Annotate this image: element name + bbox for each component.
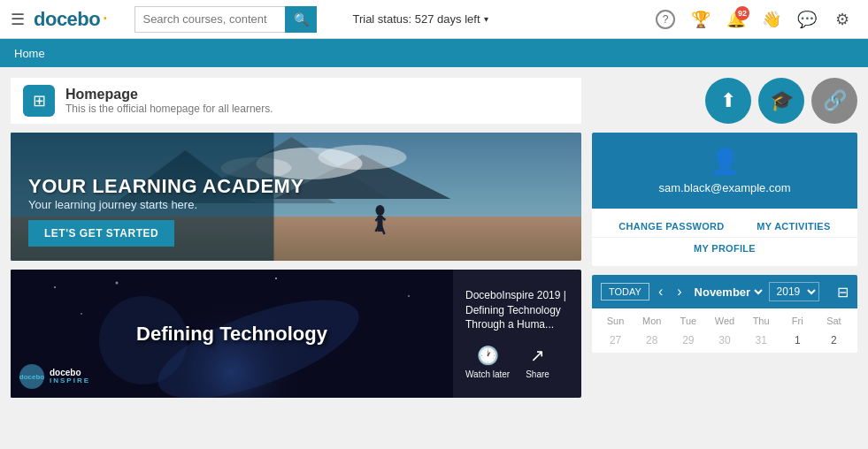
page-title: Homepage (65, 87, 273, 103)
calendar-grid-icon[interactable]: ⊟ (837, 284, 849, 301)
cal-header-mon: Mon (634, 312, 670, 330)
search-input[interactable] (134, 6, 285, 33)
cal-header-sat: Sat (816, 312, 852, 330)
gear-icon: ⚙ (835, 10, 849, 29)
graduate-button[interactable]: 🎓 (758, 78, 804, 124)
video-brand: docebo docebo INSPIRE (19, 364, 90, 389)
link-button[interactable]: 🔗 (811, 78, 857, 124)
svg-point-6 (319, 145, 407, 170)
hero-title: YOUR LEARNING ACADEMY (28, 175, 564, 198)
watch-later-button[interactable]: 🕐 Watch later (465, 345, 510, 379)
calendar-year-select[interactable]: 2019 (769, 282, 819, 301)
video-actions: 🕐 Watch later ↗ Share (465, 345, 569, 379)
calendar-prev-button[interactable]: ‹ (653, 282, 668, 301)
svg-point-23 (81, 313, 82, 315)
cal-header-tue: Tue (670, 312, 706, 330)
page-header-text: Homepage This is the official homepage f… (65, 87, 273, 115)
video-title: DoceboInspire 2019 | Defining Technology… (465, 288, 569, 332)
hero-cta-button[interactable]: LET'S GET STARTED (28, 220, 174, 247)
my-activities-link[interactable]: MY ACTIVITIES (757, 221, 830, 232)
hero-subtitle: Your learning journey starts here. (28, 198, 564, 211)
cal-header-thu: Thu (743, 312, 780, 330)
share-icon: ↗ (530, 345, 545, 366)
cal-header-fri: Fri (780, 312, 816, 330)
cal-header-wed: Wed (706, 312, 742, 330)
user-card: 👤 sam.black@example.com CHANGE PASSWORD … (592, 133, 857, 266)
breadcrumb: Home (0, 39, 868, 67)
left-column: ⊞ Homepage This is the official homepage… (11, 78, 581, 438)
svg-point-22 (408, 295, 410, 297)
docebo-logo-icon: docebo (19, 364, 44, 389)
my-profile-link[interactable]: MY PROFILE (694, 243, 756, 254)
settings-button[interactable]: ⚙ (827, 4, 857, 34)
help-button[interactable]: ? (650, 4, 680, 34)
cal-day-27[interactable]: 27 (597, 330, 634, 351)
calendar-next-button[interactable]: › (672, 282, 687, 301)
notifications-button[interactable]: 🔔 92 (721, 4, 751, 34)
main-area: ⊞ Homepage This is the official homepage… (0, 67, 868, 449)
cal-day-30[interactable]: 30 (706, 330, 742, 351)
user-wave-button[interactable]: 👋 (757, 4, 787, 34)
user-links-row-2: MY PROFILE (592, 238, 857, 259)
top-nav: ☰ docebo · 🔍 Trial status: 527 days left… (0, 0, 868, 39)
svg-point-20 (116, 282, 119, 285)
cal-day-2[interactable]: 2 (816, 330, 852, 351)
page-title-bar: ⊞ Homepage This is the official homepage… (11, 78, 581, 124)
calendar-today-button[interactable]: TODAY (601, 283, 649, 301)
trial-dropdown-arrow[interactable]: ▾ (484, 14, 488, 24)
trial-status: Trial status: 527 days left ▾ (352, 12, 488, 26)
upload-icon: ⬆ (720, 89, 736, 112)
user-links-row-1: CHANGE PASSWORD MY ACTIVITIES (592, 216, 857, 238)
trophy-button[interactable]: 🏆 (686, 4, 716, 34)
clock-icon: 🕐 (477, 345, 499, 366)
cal-day-1[interactable]: 1 (780, 330, 816, 351)
cal-day-31[interactable]: 31 (743, 330, 780, 351)
user-card-links: CHANGE PASSWORD MY ACTIVITIES MY PROFILE (592, 209, 857, 266)
notification-badge: 92 (735, 6, 749, 20)
user-email: sam.black@example.com (658, 181, 790, 194)
calendar-header: TODAY ‹ › November 2019 ⊟ (592, 275, 857, 308)
cal-day-28[interactable]: 28 (634, 330, 670, 351)
action-buttons: ⬆ 🎓 🔗 (592, 78, 857, 124)
svg-point-19 (54, 286, 56, 288)
video-thumbnail[interactable]: docebo docebo INSPIRE Defining Technolog… (11, 270, 453, 398)
search-bar: 🔍 (134, 6, 329, 33)
user-wave-icon: 👋 (762, 10, 781, 29)
hero-banner: YOUR LEARNING ACADEMY Your learning jour… (11, 133, 581, 261)
messages-icon: 💬 (797, 10, 817, 29)
upload-button[interactable]: ⬆ (705, 78, 751, 124)
logo: docebo · (34, 8, 108, 31)
nav-icons: ? 🏆 🔔 92 👋 💬 ⚙ (650, 4, 857, 34)
calendar-card: TODAY ‹ › November 2019 ⊟ Sun Mon Tue We… (592, 275, 857, 353)
user-avatar-icon: 👤 (710, 147, 741, 176)
video-card: docebo docebo INSPIRE Defining Technolog… (11, 270, 581, 398)
link-icon: 🔗 (823, 89, 847, 112)
cal-day-29[interactable]: 29 (670, 330, 706, 351)
breadcrumb-home[interactable]: Home (14, 47, 45, 60)
video-info: DoceboInspire 2019 | Defining Technology… (453, 279, 581, 388)
logo-text: docebo (34, 8, 100, 31)
homepage-icon: ⊞ (23, 85, 55, 117)
cal-header-sun: Sun (597, 312, 634, 330)
user-card-header: 👤 sam.black@example.com (592, 133, 857, 209)
messages-button[interactable]: 💬 (792, 4, 822, 34)
grid-icon: ⊞ (33, 91, 46, 110)
video-title-text: Defining Technology (136, 321, 327, 346)
hero-text: YOUR LEARNING ACADEMY Your learning jour… (28, 175, 564, 247)
calendar-month-select[interactable]: November (691, 285, 765, 300)
docebo-inspire-logo: docebo INSPIRE (50, 368, 90, 385)
hamburger-icon[interactable]: ☰ (11, 10, 25, 29)
change-password-link[interactable]: CHANGE PASSWORD (618, 221, 724, 232)
logo-dot: · (102, 5, 108, 28)
svg-point-21 (275, 278, 277, 279)
right-column: ⬆ 🎓 🔗 👤 sam.black@example.com CHANGE PAS… (592, 78, 857, 438)
calendar-grid: Sun Mon Tue Wed Thu Fri Sat 27 28 29 30 … (592, 308, 857, 353)
help-icon: ? (656, 10, 675, 29)
graduate-icon: 🎓 (770, 89, 794, 112)
search-button[interactable]: 🔍 (285, 6, 317, 33)
share-button[interactable]: ↗ Share (526, 345, 549, 379)
page-subtitle: This is the official homepage for all le… (65, 103, 273, 115)
trophy-icon: 🏆 (691, 10, 711, 29)
